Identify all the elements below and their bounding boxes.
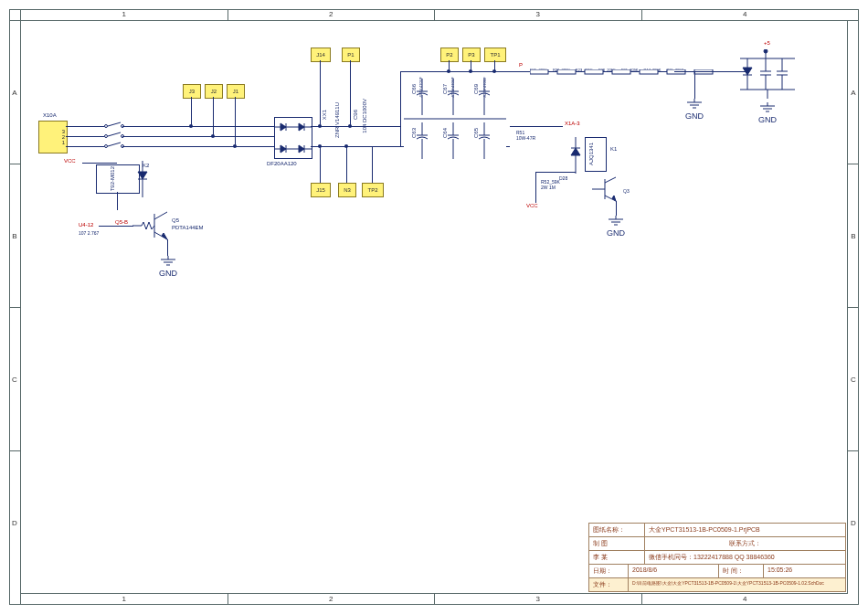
title-block: 图纸名称： 大金YPCT31513-1B-PC0509-1.PrjPCB 制 图… (588, 523, 846, 592)
label-U4v: 107 2.767 (79, 230, 99, 236)
svg-marker-10 (138, 172, 147, 179)
gnd-symbol-left: GND (159, 256, 177, 278)
label-capval2: 400V 470UF (450, 77, 455, 97)
svg-line-7 (108, 143, 121, 146)
wire (311, 126, 400, 127)
wire (66, 146, 104, 147)
label-C96: C96 (353, 110, 358, 120)
gnd-plus5: GND (758, 102, 777, 124)
net-X1A-3: X1A-3 (565, 121, 580, 126)
label-C67: C67 (442, 84, 448, 94)
wire (694, 71, 695, 99)
svg-marker-84 (571, 148, 580, 155)
ruler-col-4: 4 (641, 9, 849, 20)
bridge-rectifier (274, 117, 312, 159)
connector-P1: P1 (342, 48, 360, 62)
wire (117, 192, 118, 210)
net-VCC-left: VCC (64, 158, 76, 164)
label-C66: C66 (411, 84, 417, 94)
tb-owner: 李 某 (589, 551, 644, 564)
svg-point-0 (105, 125, 108, 128)
label-C63: C63 (411, 128, 417, 138)
junction (211, 134, 215, 138)
ruler-top: 1 2 3 4 (20, 9, 848, 20)
label-D28: D28 (559, 175, 567, 181)
label-Q5p: PDTA144EM (172, 225, 204, 230)
junction (348, 124, 352, 128)
svg-marker-16 (162, 233, 167, 239)
net-P: P (519, 62, 523, 68)
connector-TP1: TP1 (484, 48, 506, 62)
ruler-bottom: 1 2 3 4 (20, 594, 848, 605)
tb-file-label: 文件： (589, 578, 628, 591)
tb-time-value: 15:05:26 (763, 565, 845, 577)
label-bridge: DF20AA120 (267, 161, 297, 166)
diode-D28 (568, 137, 583, 174)
svg-line-4 (108, 132, 121, 136)
label-C65: C65 (473, 128, 479, 138)
wire (122, 146, 278, 147)
wire (350, 60, 351, 126)
wire (122, 126, 278, 127)
tb-date-label: 日期： (589, 565, 628, 577)
svg-line-14 (154, 212, 167, 219)
svg-rect-53 (585, 69, 603, 74)
junction (189, 124, 193, 128)
wire (82, 163, 117, 164)
wire (191, 97, 192, 126)
connector-J1: J1 (227, 84, 245, 99)
wire (311, 146, 400, 147)
svg-line-1 (108, 122, 121, 126)
label-K2p: T92-M012 (110, 166, 115, 191)
tb-date-value: 2018/8/6 (628, 565, 718, 577)
svg-line-88 (605, 177, 616, 183)
label-K1: K1 (610, 146, 617, 152)
label-ZNR: ZNR V14911U (334, 102, 340, 138)
label-X10A: X10A (43, 112, 57, 118)
svg-point-6 (105, 145, 108, 148)
wire (346, 146, 347, 183)
wire (122, 136, 278, 137)
ruler-col-1: 1 (20, 9, 228, 20)
transistor-Q3 (592, 175, 629, 212)
label-R51v: 10W-47R (516, 135, 535, 141)
gnd-k1: GND (607, 216, 625, 238)
junction (318, 124, 322, 128)
label-C69: C69 (473, 84, 479, 94)
wire (320, 60, 321, 126)
wire (213, 97, 214, 136)
wire (400, 71, 401, 146)
wire (235, 97, 236, 146)
svg-point-3 (105, 135, 108, 138)
connector-P3: P3 (462, 48, 481, 62)
label-capval1: 400V 470UF (418, 77, 423, 97)
tb-drawn-label: 制 图 (589, 537, 644, 550)
label-R52v: 2W 1M (541, 185, 556, 190)
connector-N3: N3 (338, 183, 356, 197)
ruler-col-3: 3 (434, 9, 641, 20)
tb-name-label: 图纸名称： (589, 524, 644, 536)
wire (320, 146, 321, 183)
junction (233, 144, 237, 148)
connector-J3: J3 (183, 84, 201, 99)
net-plus5: +5 (764, 40, 770, 46)
wire (66, 126, 104, 127)
ruler-col-2: 2 (228, 9, 435, 20)
svg-marker-61 (743, 68, 752, 75)
connector-TP2: TP2 (362, 183, 384, 197)
wire (167, 239, 168, 256)
ruler-left: A B C D (9, 20, 20, 594)
net-VCC-k1: VCC (526, 203, 538, 208)
wire (99, 226, 133, 227)
connector-J14: J14 (311, 48, 331, 62)
wire (510, 126, 563, 127)
connector-J2: J2 (205, 84, 223, 99)
wire (372, 146, 373, 183)
wire (66, 136, 104, 137)
net-U4-12: U4-12 (79, 222, 93, 228)
junction (492, 69, 496, 73)
wire (674, 71, 747, 72)
wire (535, 172, 576, 173)
svg-rect-54 (612, 69, 630, 74)
connector-P2: P2 (440, 48, 459, 62)
